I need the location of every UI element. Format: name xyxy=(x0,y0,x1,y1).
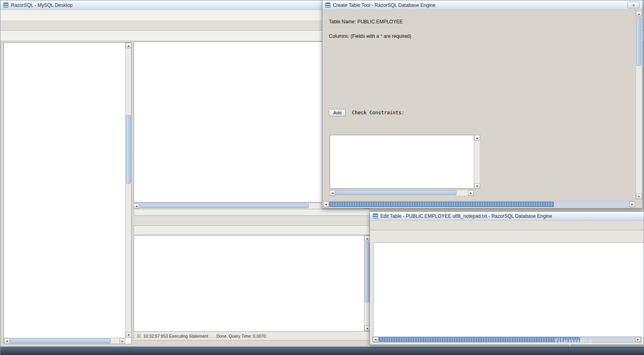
results-grid: ▲ ▼ xyxy=(134,235,370,332)
watermark: filepuma xyxy=(555,336,592,346)
screen: RazorSQL - MySQL Desktop ▲ ▼ ◄ ► ◄ ► xyxy=(0,0,644,355)
columns-note: Columns: (Fields with a * are required) xyxy=(329,33,411,39)
tree-hscroll-thumb[interactable] xyxy=(10,338,111,343)
scroll-up-icon[interactable]: ▲ xyxy=(636,11,642,17)
scroll-right-icon[interactable]: ► xyxy=(120,338,125,344)
edit-table-titlebar[interactable]: Edit Table - PUBLIC.EMPLOYEE utf8_notepa… xyxy=(370,212,644,221)
edit-table-grid xyxy=(373,242,644,338)
tree-vertical-scrollbar[interactable]: ▲ ▼ xyxy=(125,43,131,338)
edit-table-toolbar xyxy=(370,230,644,241)
edit-table-hscrollbar[interactable]: ◄ ► xyxy=(372,336,641,343)
create-table-titlebar[interactable]: Create Table Tool - RazorSQL Database En… xyxy=(322,0,642,10)
editor-hscroll-thumb[interactable] xyxy=(140,204,309,208)
sql-preview-vscrollbar[interactable]: ▲ ▼ xyxy=(474,135,480,189)
close-icon[interactable]: × xyxy=(627,2,640,8)
razorsql-app-icon xyxy=(373,213,378,219)
scroll-down-icon[interactable]: ▼ xyxy=(636,194,642,199)
scroll-right-icon[interactable]: ► xyxy=(468,190,474,196)
add-row: Add Check Constraints: xyxy=(329,109,405,116)
create-table-title: Create Table Tool - RazorSQL Database En… xyxy=(333,2,436,8)
window-vertical-scrollbar[interactable]: ▲ ▼ xyxy=(636,11,642,199)
scroll-left-icon[interactable]: ◄ xyxy=(373,337,378,342)
window-hscroll-thumb[interactable] xyxy=(329,202,554,207)
results-status-bar: 10:32:57:853 Executing Statement . . . D… xyxy=(134,332,370,341)
window-frame-bottom xyxy=(0,347,644,355)
table-name-label: Table Name: PUBLIC.EMPLOYEE xyxy=(329,19,402,25)
scroll-right-icon[interactable]: ► xyxy=(630,201,635,207)
window-scroll-thumb[interactable] xyxy=(636,17,641,66)
window-horizontal-scrollbar[interactable]: ◄ ► xyxy=(323,201,635,207)
scroll-left-icon[interactable]: ◄ xyxy=(323,201,329,207)
results-scroll-thumb[interactable] xyxy=(365,242,369,302)
scroll-up-icon[interactable]: ▲ xyxy=(126,43,132,48)
edit-table-window: Edit Table - PUBLIC.EMPLOYEE utf8_notepa… xyxy=(369,211,644,345)
scroll-down-icon[interactable]: ▼ xyxy=(126,332,132,338)
generated-sql-preview[interactable] xyxy=(330,135,479,189)
sql-preview-hscroll-thumb[interactable] xyxy=(336,190,456,195)
results-status-text: 10:32:57:853 Executing Statement . . . D… xyxy=(143,334,266,338)
razorsql-app-icon xyxy=(325,2,330,8)
check-constraints-label: Check Constraints: xyxy=(352,110,404,116)
razorsql-app-icon xyxy=(3,2,8,8)
editor-status-bar xyxy=(134,209,370,216)
edit-table-tab-bar xyxy=(370,221,644,230)
tree-horizontal-scrollbar[interactable]: ◄ ► xyxy=(4,338,125,344)
results-vertical-scrollbar[interactable]: ▲ ▼ xyxy=(364,235,370,331)
scroll-left-icon[interactable]: ◄ xyxy=(4,338,10,344)
scroll-up-icon[interactable]: ▲ xyxy=(474,135,480,140)
main-window-title: RazorSQL - MySQL Desktop xyxy=(11,2,72,8)
edit-table-hscroll-thumb[interactable] xyxy=(379,337,580,342)
database-tree xyxy=(5,43,125,337)
scroll-left-icon[interactable]: ◄ xyxy=(134,203,139,209)
results-toolbar xyxy=(134,225,370,235)
scroll-right-icon[interactable]: ► xyxy=(635,337,641,342)
add-button[interactable]: Add xyxy=(329,109,346,116)
results-tab-bar xyxy=(134,217,370,225)
sql-preview-hscrollbar[interactable]: ◄ ► xyxy=(330,190,474,196)
tree-scroll-thumb[interactable] xyxy=(126,115,131,184)
status-indicator-icon xyxy=(137,334,140,338)
scroll-left-icon[interactable]: ◄ xyxy=(330,190,335,196)
query-results-panel: ▲ ▼ 10:32:57:853 Executing Statement . .… xyxy=(134,217,370,341)
scroll-down-icon[interactable]: ▼ xyxy=(474,183,480,189)
database-browser-panel: ▲ ▼ ◄ ► xyxy=(4,42,132,344)
create-table-window: Create Table Tool - RazorSQL Database En… xyxy=(322,0,643,208)
edit-table-title: Edit Table - PUBLIC.EMPLOYEE utf8_notepa… xyxy=(380,213,552,219)
